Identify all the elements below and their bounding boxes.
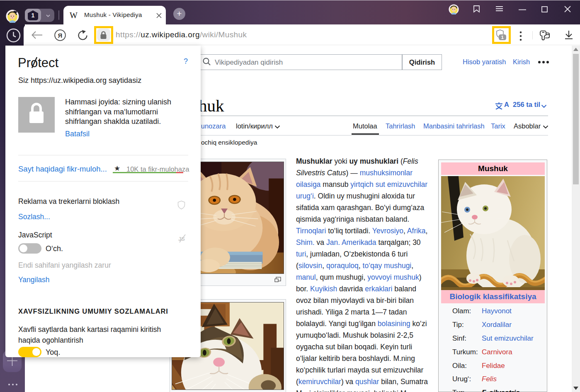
svg-text:Я: Я	[58, 32, 63, 39]
